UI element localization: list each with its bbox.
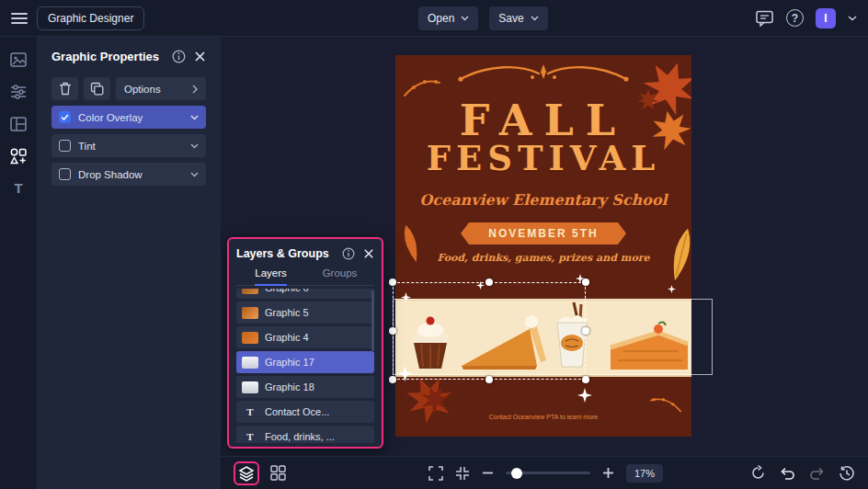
sidebar-item-text[interactable]: T	[14, 180, 22, 196]
delete-button[interactable]	[51, 77, 78, 100]
shapes-icon	[10, 148, 27, 165]
tool-sidebar: T	[0, 37, 37, 489]
layers-groups-tabs: Layers Groups	[236, 267, 374, 286]
menu-icon[interactable]	[11, 13, 28, 24]
layer-row-selected[interactable]: Graphic 17	[236, 351, 374, 373]
text-layer-icon: T	[242, 431, 258, 443]
account-button[interactable]: I	[816, 8, 836, 28]
checkbox-checked[interactable]	[59, 111, 71, 123]
selection-handle[interactable]	[582, 376, 589, 383]
selection-handle[interactable]	[485, 279, 493, 286]
layer-row[interactable]: Graphic 4	[236, 326, 374, 348]
property-row-drop-shadow[interactable]: Drop Shadow	[51, 163, 206, 186]
reset-button[interactable]	[750, 465, 766, 481]
options-label: Options	[124, 84, 161, 95]
undo-button[interactable]	[780, 467, 795, 480]
feedback-button[interactable]	[756, 10, 774, 27]
sidebar-item-adjust[interactable]	[10, 84, 27, 100]
help-button[interactable]: ?	[786, 9, 804, 27]
poster-subtitle: Oceanview Elementary School	[395, 191, 691, 209]
scrollbar[interactable]	[371, 290, 374, 351]
avatar-initial: I	[824, 12, 827, 25]
duplicate-icon	[90, 82, 104, 96]
tab-layers[interactable]: Layers	[236, 267, 305, 285]
chevron-down-icon[interactable]	[190, 115, 199, 120]
layer-row[interactable]: Graphic 6	[236, 289, 374, 299]
save-button[interactable]: Save	[489, 6, 547, 30]
sliders-icon	[10, 84, 27, 100]
flourish-ornament-icon	[451, 61, 635, 86]
poster-date-ribbon: NOVEMBER 5TH	[461, 222, 626, 244]
layer-label: Graphic 6	[265, 289, 309, 293]
property-label: Tint	[78, 141, 96, 152]
layer-row[interactable]: T Contact Oce...	[236, 401, 374, 423]
layer-row[interactable]: Graphic 5	[236, 301, 374, 324]
chevron-down-icon[interactable]	[848, 16, 857, 21]
layer-list[interactable]: Graphic 6 Graphic 5 Graphic 4 Graphic 17…	[236, 289, 374, 443]
save-label: Save	[498, 12, 523, 25]
trash-icon	[59, 82, 72, 96]
selection-handle[interactable]	[389, 327, 396, 335]
top-bar: Graphic Designer Open Save ? I	[0, 0, 868, 37]
layer-thumbnail	[242, 289, 258, 294]
history-clock-icon	[839, 465, 855, 482]
checkbox-unchecked[interactable]	[59, 140, 71, 152]
image-icon	[10, 51, 27, 68]
layers-icon	[238, 465, 255, 482]
panel-title: Graphic Properties	[51, 50, 159, 63]
close-icon[interactable]	[194, 51, 206, 63]
property-row-tint[interactable]: Tint	[51, 134, 206, 157]
pages-button[interactable]	[270, 465, 286, 481]
selection-handle[interactable]	[582, 279, 589, 286]
text-icon: T	[14, 180, 22, 196]
selection-handle[interactable]	[389, 376, 396, 383]
layer-row[interactable]: Graphic 18	[236, 376, 374, 398]
chevron-down-icon[interactable]	[190, 143, 199, 149]
redo-button[interactable]	[809, 467, 825, 480]
chevron-down-icon	[461, 16, 469, 21]
layer-thumbnail	[242, 357, 258, 369]
undo-icon	[780, 467, 795, 480]
zoom-level-badge[interactable]: 17%	[626, 464, 663, 483]
fit-to-screen-button[interactable]	[455, 466, 470, 481]
property-row-color-overlay[interactable]: Color Overlay	[51, 106, 206, 129]
zoom-slider[interactable]	[506, 472, 590, 474]
zoom-slider-knob[interactable]	[511, 468, 522, 479]
options-button[interactable]: Options	[116, 77, 206, 100]
sidebar-item-graphics[interactable]	[10, 148, 27, 165]
close-icon[interactable]	[363, 248, 374, 259]
layer-thumbnail	[242, 381, 258, 393]
zoom-in-button[interactable]	[602, 467, 614, 479]
sidebar-item-templates[interactable]	[10, 116, 27, 132]
layer-row[interactable]: T Food, drinks, ...	[236, 426, 374, 443]
design-canvas[interactable]: FALL FESTIVAL Oceanview Elementary Schoo…	[221, 37, 868, 489]
minus-icon	[482, 467, 494, 479]
info-icon[interactable]	[172, 50, 186, 63]
chevron-down-icon	[531, 16, 539, 21]
check-icon	[61, 114, 69, 120]
fullscreen-button[interactable]	[428, 466, 443, 481]
chevron-down-icon[interactable]	[190, 172, 199, 177]
poster-footer-note: Contact Oceanview PTA to learn more	[395, 414, 691, 420]
info-icon[interactable]	[342, 247, 355, 260]
layers-groups-panel: Layers & Groups Layers Groups	[227, 237, 383, 449]
app-title: Graphic Designer	[48, 12, 133, 25]
tab-groups[interactable]: Groups	[305, 267, 374, 285]
rotate-icon	[750, 465, 766, 481]
selection-handle[interactable]	[582, 327, 589, 335]
selection-box[interactable]	[393, 282, 586, 380]
app-title-button[interactable]: Graphic Designer	[37, 6, 144, 30]
chevron-right-icon	[192, 85, 198, 94]
poster-date-text: NOVEMBER 5TH	[488, 227, 598, 240]
poster-tagline: Food, drinks, games, prizes and more	[395, 252, 691, 264]
poster-title-line2: FESTIVAL	[395, 142, 691, 176]
zoom-out-button[interactable]	[482, 467, 494, 479]
checkbox-unchecked[interactable]	[59, 168, 71, 180]
open-button[interactable]: Open	[418, 6, 478, 30]
duplicate-button[interactable]	[84, 77, 110, 100]
sidebar-item-photos[interactable]	[10, 51, 27, 68]
selection-handle[interactable]	[389, 279, 396, 286]
selection-handle[interactable]	[485, 376, 493, 383]
history-button[interactable]	[839, 465, 855, 482]
layers-button[interactable]	[238, 465, 255, 482]
